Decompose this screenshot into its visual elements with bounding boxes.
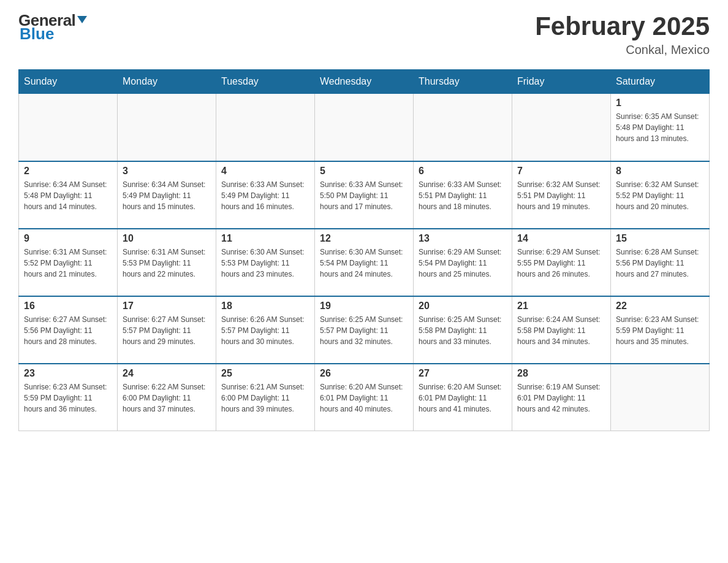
table-row: 15Sunrise: 6:28 AM Sunset: 5:56 PM Dayli… (611, 229, 710, 296)
day-info: Sunrise: 6:34 AM Sunset: 5:49 PM Dayligh… (123, 179, 211, 212)
table-row: 23Sunrise: 6:23 AM Sunset: 5:59 PM Dayli… (19, 364, 118, 431)
day-info: Sunrise: 6:22 AM Sunset: 6:00 PM Dayligh… (123, 381, 211, 415)
day-info: Sunrise: 6:25 AM Sunset: 5:58 PM Dayligh… (419, 314, 507, 347)
day-info: Sunrise: 6:32 AM Sunset: 5:51 PM Dayligh… (517, 179, 605, 212)
table-row: 24Sunrise: 6:22 AM Sunset: 6:00 PM Dayli… (118, 364, 216, 431)
table-row: 3Sunrise: 6:34 AM Sunset: 5:49 PM Daylig… (118, 161, 216, 229)
calendar-week-row: 1Sunrise: 6:35 AM Sunset: 5:48 PM Daylig… (19, 94, 710, 161)
day-info: Sunrise: 6:24 AM Sunset: 5:58 PM Dayligh… (517, 314, 605, 347)
day-number: 27 (419, 368, 507, 379)
day-number: 4 (221, 166, 309, 177)
table-row: 11Sunrise: 6:30 AM Sunset: 5:53 PM Dayli… (216, 229, 315, 296)
col-sunday: Sunday (19, 70, 118, 94)
col-wednesday: Wednesday (315, 70, 414, 94)
day-number: 9 (24, 233, 112, 244)
day-info: Sunrise: 6:27 AM Sunset: 5:57 PM Dayligh… (123, 314, 211, 347)
day-info: Sunrise: 6:29 AM Sunset: 5:54 PM Dayligh… (419, 247, 507, 280)
day-info: Sunrise: 6:31 AM Sunset: 5:53 PM Dayligh… (123, 247, 211, 280)
col-monday: Monday (118, 70, 216, 94)
page-header: General Blue February 2025 Conkal, Mexic… (18, 12, 710, 57)
day-info: Sunrise: 6:21 AM Sunset: 6:00 PM Dayligh… (221, 381, 309, 415)
col-saturday: Saturday (611, 70, 710, 94)
day-info: Sunrise: 6:33 AM Sunset: 5:49 PM Dayligh… (221, 179, 309, 212)
table-row: 28Sunrise: 6:19 AM Sunset: 6:01 PM Dayli… (512, 364, 611, 431)
table-row: 25Sunrise: 6:21 AM Sunset: 6:00 PM Dayli… (216, 364, 315, 431)
table-row (512, 94, 611, 161)
calendar-week-row: 16Sunrise: 6:27 AM Sunset: 5:56 PM Dayli… (19, 296, 710, 364)
table-row: 10Sunrise: 6:31 AM Sunset: 5:53 PM Dayli… (118, 229, 216, 296)
table-row: 8Sunrise: 6:32 AM Sunset: 5:52 PM Daylig… (611, 161, 710, 229)
day-info: Sunrise: 6:23 AM Sunset: 5:59 PM Dayligh… (24, 381, 112, 415)
day-info: Sunrise: 6:33 AM Sunset: 5:50 PM Dayligh… (320, 179, 408, 212)
day-number: 21 (517, 301, 605, 312)
table-row: 16Sunrise: 6:27 AM Sunset: 5:56 PM Dayli… (19, 296, 118, 364)
logo-container: General Blue (18, 12, 88, 42)
table-row: 20Sunrise: 6:25 AM Sunset: 5:58 PM Dayli… (414, 296, 512, 364)
day-number: 26 (320, 368, 408, 379)
calendar-week-row: 2Sunrise: 6:34 AM Sunset: 5:48 PM Daylig… (19, 161, 710, 229)
col-thursday: Thursday (414, 70, 512, 94)
day-info: Sunrise: 6:23 AM Sunset: 5:59 PM Dayligh… (616, 314, 704, 347)
day-number: 15 (616, 233, 704, 244)
table-row: 9Sunrise: 6:31 AM Sunset: 5:52 PM Daylig… (19, 229, 118, 296)
day-number: 17 (123, 301, 211, 312)
logo-blue-label: Blue (20, 25, 54, 43)
col-friday: Friday (512, 70, 611, 94)
table-row: 13Sunrise: 6:29 AM Sunset: 5:54 PM Dayli… (414, 229, 512, 296)
table-row: 26Sunrise: 6:20 AM Sunset: 6:01 PM Dayli… (315, 364, 414, 431)
day-info: Sunrise: 6:19 AM Sunset: 6:01 PM Dayligh… (517, 381, 605, 415)
table-row (315, 94, 414, 161)
day-info: Sunrise: 6:25 AM Sunset: 5:57 PM Dayligh… (320, 314, 408, 347)
day-number: 12 (320, 233, 408, 244)
header-right: February 2025 Conkal, Mexico (535, 12, 710, 57)
calendar-week-row: 23Sunrise: 6:23 AM Sunset: 5:59 PM Dayli… (19, 364, 710, 431)
day-number: 5 (320, 166, 408, 177)
day-number: 18 (221, 301, 309, 312)
month-title: February 2025 (535, 12, 710, 40)
calendar-table: Sunday Monday Tuesday Wednesday Thursday… (18, 69, 710, 431)
table-row: 12Sunrise: 6:30 AM Sunset: 5:54 PM Dayli… (315, 229, 414, 296)
day-info: Sunrise: 6:30 AM Sunset: 5:54 PM Dayligh… (320, 247, 408, 280)
day-number: 3 (123, 166, 211, 177)
day-number: 24 (123, 368, 211, 379)
table-row (414, 94, 512, 161)
day-info: Sunrise: 6:20 AM Sunset: 6:01 PM Dayligh… (320, 381, 408, 415)
day-number: 8 (616, 166, 704, 177)
day-info: Sunrise: 6:29 AM Sunset: 5:55 PM Dayligh… (517, 247, 605, 280)
calendar-week-row: 9Sunrise: 6:31 AM Sunset: 5:52 PM Daylig… (19, 229, 710, 296)
table-row (611, 364, 710, 431)
table-row: 19Sunrise: 6:25 AM Sunset: 5:57 PM Dayli… (315, 296, 414, 364)
table-row: 14Sunrise: 6:29 AM Sunset: 5:55 PM Dayli… (512, 229, 611, 296)
day-number: 13 (419, 233, 507, 244)
day-info: Sunrise: 6:35 AM Sunset: 5:48 PM Dayligh… (616, 111, 704, 144)
calendar-header-row: Sunday Monday Tuesday Wednesday Thursday… (19, 70, 710, 94)
day-info: Sunrise: 6:28 AM Sunset: 5:56 PM Dayligh… (616, 247, 704, 280)
table-row: 5Sunrise: 6:33 AM Sunset: 5:50 PM Daylig… (315, 161, 414, 229)
day-info: Sunrise: 6:33 AM Sunset: 5:51 PM Dayligh… (419, 179, 507, 212)
table-row: 17Sunrise: 6:27 AM Sunset: 5:57 PM Dayli… (118, 296, 216, 364)
day-info: Sunrise: 6:27 AM Sunset: 5:56 PM Dayligh… (24, 314, 112, 347)
table-row: 18Sunrise: 6:26 AM Sunset: 5:57 PM Dayli… (216, 296, 315, 364)
day-info: Sunrise: 6:32 AM Sunset: 5:52 PM Dayligh… (616, 179, 704, 212)
table-row (216, 94, 315, 161)
day-number: 10 (123, 233, 211, 244)
day-number: 16 (24, 301, 112, 312)
day-number: 7 (517, 166, 605, 177)
day-number: 6 (419, 166, 507, 177)
day-number: 23 (24, 368, 112, 379)
table-row: 27Sunrise: 6:20 AM Sunset: 6:01 PM Dayli… (414, 364, 512, 431)
day-info: Sunrise: 6:31 AM Sunset: 5:52 PM Dayligh… (24, 247, 112, 280)
day-number: 1 (616, 98, 704, 109)
col-tuesday: Tuesday (216, 70, 315, 94)
day-number: 20 (419, 301, 507, 312)
day-number: 28 (517, 368, 605, 379)
table-row (118, 94, 216, 161)
table-row: 22Sunrise: 6:23 AM Sunset: 5:59 PM Dayli… (611, 296, 710, 364)
table-row: 7Sunrise: 6:32 AM Sunset: 5:51 PM Daylig… (512, 161, 611, 229)
day-info: Sunrise: 6:26 AM Sunset: 5:57 PM Dayligh… (221, 314, 309, 347)
day-number: 22 (616, 301, 704, 312)
day-number: 11 (221, 233, 309, 244)
table-row: 1Sunrise: 6:35 AM Sunset: 5:48 PM Daylig… (611, 94, 710, 161)
table-row: 2Sunrise: 6:34 AM Sunset: 5:48 PM Daylig… (19, 161, 118, 229)
day-info: Sunrise: 6:34 AM Sunset: 5:48 PM Dayligh… (24, 179, 112, 212)
